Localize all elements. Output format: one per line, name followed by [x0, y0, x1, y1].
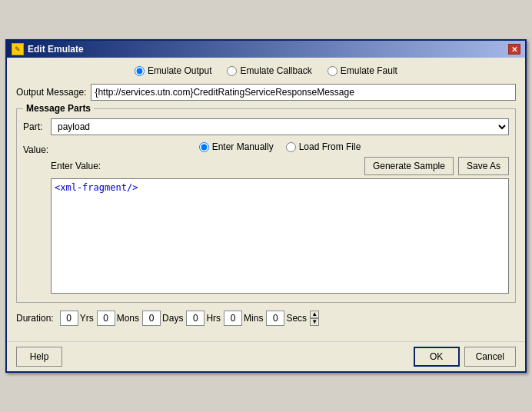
message-parts-group: Message Parts Part: payload Value: Enter…: [16, 108, 516, 303]
mons-input[interactable]: [97, 311, 115, 326]
emulate-output-label: Emulate Output: [148, 65, 211, 76]
yrs-field: Yrs: [60, 311, 94, 326]
emulate-callback-option[interactable]: Emulate Callback: [227, 65, 311, 76]
part-label: Part:: [23, 121, 46, 132]
output-message-input[interactable]: [91, 84, 516, 101]
enter-manually-radio[interactable]: [199, 142, 209, 152]
xml-editor[interactable]: <xml-fragment/>: [51, 178, 509, 294]
output-message-row: Output Message:: [16, 84, 516, 101]
close-button[interactable]: ✕: [508, 44, 520, 55]
days-input[interactable]: [142, 311, 161, 326]
emulate-callback-radio[interactable]: [227, 66, 237, 76]
help-button[interactable]: Help: [16, 347, 62, 367]
value-section: Value: Enter Manually Load From File: [23, 141, 509, 296]
hrs-input[interactable]: [186, 311, 204, 326]
emulate-fault-label: Emulate Fault: [341, 65, 397, 76]
message-parts-title: Message Parts: [23, 103, 94, 114]
action-buttons: Generate Sample Save As: [364, 157, 509, 175]
emulate-fault-radio[interactable]: [328, 66, 337, 76]
title-bar-left: ✎ Edit Emulate: [12, 43, 84, 55]
hrs-label: Hrs: [206, 313, 221, 324]
input-method-selector: Enter Manually Load From File: [51, 141, 509, 152]
yrs-label: Yrs: [80, 313, 94, 324]
spinner-down[interactable]: ▼: [310, 318, 319, 326]
hrs-field: Hrs: [186, 311, 221, 326]
mins-field: Mins: [224, 311, 263, 326]
mons-field: Mons: [97, 311, 139, 326]
output-message-label: Output Message:: [16, 87, 86, 98]
spinner-up[interactable]: ▲: [310, 311, 319, 318]
enter-value-row: Enter Value: Generate Sample Save As: [51, 157, 509, 175]
secs-input[interactable]: [266, 311, 284, 326]
ok-button[interactable]: OK: [414, 347, 460, 367]
footer-right-buttons: OK Cancel: [414, 347, 516, 367]
emulate-output-option[interactable]: Emulate Output: [135, 65, 211, 76]
part-select[interactable]: payload: [51, 118, 509, 135]
load-from-file-option[interactable]: Load From File: [286, 141, 361, 152]
window-icon: ✎: [12, 43, 24, 55]
value-inner: Enter Manually Load From File Enter Valu…: [51, 141, 509, 296]
secs-label: Secs: [286, 313, 307, 324]
emulate-fault-option[interactable]: Emulate Fault: [328, 65, 397, 76]
cancel-button[interactable]: Cancel: [464, 347, 516, 367]
load-from-file-label: Load From File: [299, 141, 361, 152]
duration-row: Duration: Yrs Mons Days Hrs Mins: [16, 311, 516, 326]
mons-label: Mons: [117, 313, 139, 324]
emulate-output-radio[interactable]: [135, 66, 145, 76]
emulate-callback-label: Emulate Callback: [240, 65, 311, 76]
enter-manually-label: Enter Manually: [212, 141, 274, 152]
mins-label: Mins: [244, 313, 263, 324]
part-row: Part: payload: [23, 118, 509, 135]
dialog-footer: Help OK Cancel: [7, 341, 525, 371]
load-from-file-radio[interactable]: [286, 142, 296, 152]
enter-value-label: Enter Value:: [51, 161, 101, 171]
dialog-content: Emulate Output Emulate Callback Emulate …: [7, 58, 525, 341]
duration-spinner[interactable]: ▲ ▼: [310, 311, 319, 326]
edit-emulate-dialog: ✎ Edit Emulate ✕ Emulate Output Emulate …: [5, 39, 527, 373]
duration-label: Duration:: [16, 313, 54, 324]
enter-manually-option[interactable]: Enter Manually: [199, 141, 274, 152]
save-as-button[interactable]: Save As: [458, 157, 509, 175]
days-field: Days: [142, 311, 183, 326]
days-label: Days: [162, 313, 183, 324]
secs-field: Secs: [266, 311, 307, 326]
value-label: Value:: [23, 141, 46, 296]
window-title: Edit Emulate: [28, 44, 84, 55]
title-bar: ✎ Edit Emulate ✕: [7, 41, 525, 58]
yrs-input[interactable]: [60, 311, 78, 326]
generate-sample-button[interactable]: Generate Sample: [364, 157, 454, 175]
mins-input[interactable]: [224, 311, 242, 326]
emulate-type-selector: Emulate Output Emulate Callback Emulate …: [16, 65, 516, 76]
